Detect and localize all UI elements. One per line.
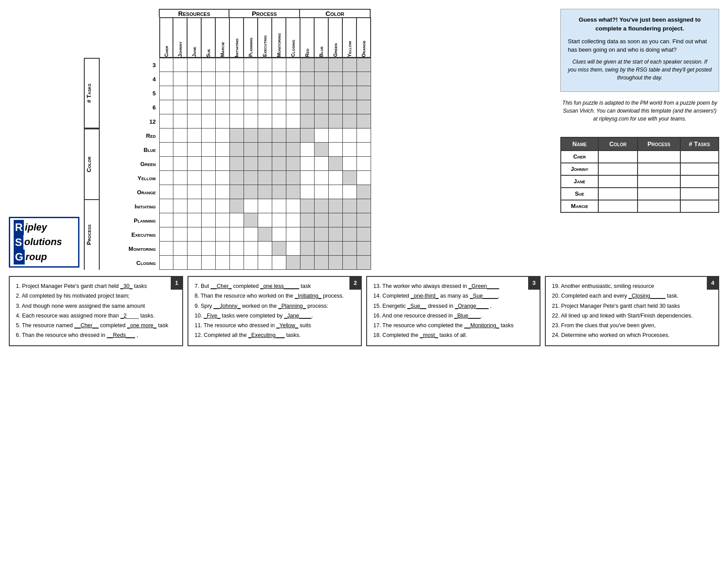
cell-mon-jane [188,242,202,256]
clue-1-4: 4. Each resource was assigned more than … [16,311,176,321]
cell-12-orange [357,114,371,128]
cell-plan-blue [315,213,329,227]
cell-green-red [300,157,315,171]
summary-process-johnny [638,163,680,175]
cell-yellow-executing [258,171,272,185]
row-tasks-12: 12 [101,114,371,128]
cell-init-sue [202,199,216,213]
cell-mon-closing [286,242,300,256]
tasks-section-label: # Tasks [84,58,100,128]
cell-4-cher [159,72,173,86]
cell-3-initiating [230,58,244,72]
cell-orange-red [300,185,315,199]
row-color-green: Green [101,157,371,171]
cell-12-closing [286,114,300,128]
cell-3-marcie [216,58,230,72]
cell-exec-sue [202,227,216,242]
row-label-monitoring: Monitoring [101,242,159,256]
cell-6-executing [258,100,272,114]
summary-name-marcie: Marcie [561,200,598,212]
row-tasks-5: 5 [101,86,371,100]
col-header-sue: Sue [202,17,216,58]
cell-5-johnny [173,86,188,100]
clue-box-1-number: 1 [171,276,183,290]
row-label-3: 3 [101,58,159,72]
cell-plan-executing [258,213,272,227]
col-header-blue: Blue [315,17,329,58]
cell-green-green [329,157,343,171]
cell-blue-sue [202,143,216,157]
row-color-yellow: Yellow [101,171,371,185]
cell-orange-cher [159,185,173,199]
cell-init-cher [159,199,173,213]
cell-init-monitoring [272,199,286,213]
cell-5-red [300,86,315,100]
cell-3-closing [286,58,300,72]
cell-4-initiating [230,72,244,86]
cell-12-planning [244,114,258,128]
col-header-green: Green [329,17,343,58]
col-header-yellow: Yellow [343,17,357,58]
cell-yellow-initiating [230,171,244,185]
cell-blue-jane [188,143,202,157]
info-title: Guess what?! You've just been assigned t… [568,15,712,34]
summary-row-cher: Cher [561,151,719,163]
cell-orange-orange [357,185,371,199]
cell-blue-initiating [230,143,244,157]
col-headers-row: Cher Johnny Jane Sue Marcie Initiating P… [101,17,371,58]
cell-6-blue [315,100,329,114]
cell-12-marcie [216,114,230,128]
clue-4-22: 22. All lined up and linked with Start/F… [552,311,712,321]
summary-row-jane: Jane [561,175,719,188]
cell-blue-executing [258,143,272,157]
cell-3-orange [357,58,371,72]
clue-2-9: 9. Spry __Johnny_ worked on the _Plannin… [195,302,355,311]
cell-6-planning [244,100,258,114]
cell-plan-planning [244,213,258,227]
summary-color-sue [598,188,638,200]
cell-3-executing [258,58,272,72]
row-label-orange: Orange [101,185,159,199]
cell-plan-yellow [343,213,357,227]
info-box-main: Guess what?! You've just been assigned t… [560,9,719,92]
cell-close-planning [244,256,258,270]
col-header-planning: Planning [244,17,258,58]
summary-th-color: Color [598,137,638,151]
cell-4-planning [244,72,258,86]
cell-exec-closing [286,227,300,242]
clue-2-7: 7. But __Cher_ completed _one less_____ … [195,282,355,291]
cell-4-monitoring [272,72,286,86]
clue-3-18: 18. Completed the _most_ tasks of all. [373,331,533,340]
cell-5-blue [315,86,329,100]
col-header-closing: Closing [286,17,300,58]
cell-yellow-green [329,171,343,185]
cell-green-closing [286,157,300,171]
summary-color-jane [598,175,638,188]
cell-12-sue [202,114,216,128]
cell-green-jane [188,157,202,171]
cell-mon-orange [357,242,371,256]
cell-green-sue [202,157,216,171]
cell-4-closing [286,72,300,86]
cell-green-orange [357,157,371,171]
cell-plan-red [300,213,315,227]
row-label-12: 12 [101,114,159,128]
summary-color-johnny [598,163,638,175]
info-para2: Clues will be given at the start of each… [568,58,712,82]
cell-init-jane [188,199,202,213]
cell-plan-monitoring [272,213,286,227]
row-label-green: Green [101,157,159,171]
cell-orange-closing [286,185,300,199]
row-color-red: Red [101,128,371,143]
cell-5-sue [202,86,216,100]
clue-box-4-number: 4 [707,276,719,290]
cell-init-executing [258,199,272,213]
cell-4-blue [315,72,329,86]
clue-4-19: 19. Another enthusiastic, smiling resour… [552,282,712,291]
cell-exec-green [329,227,343,242]
cell-blue-planning [244,143,258,157]
cell-init-green [329,199,343,213]
cell-red-marcie [216,128,230,143]
info-panel: Guess what?! You've just been assigned t… [560,9,719,270]
row-tasks-3: 3 [101,58,371,72]
